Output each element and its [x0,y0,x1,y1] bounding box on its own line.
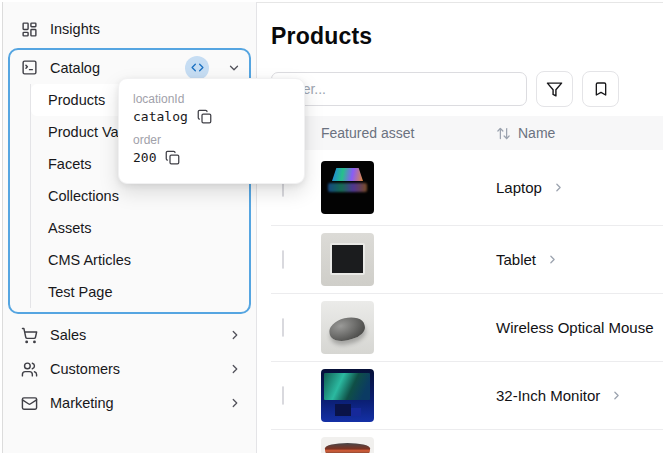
tooltip-field-label: locationId [133,92,290,106]
toolbar [271,71,663,107]
copy-icon [165,150,180,165]
sidebar-item-label: Sales [50,327,216,343]
tooltip-field-value: catalog [133,109,188,124]
sidebar-item-marketing[interactable]: Marketing [3,386,256,420]
sidebar-item-cms-articles[interactable]: CMS Articles [31,244,241,276]
code-badge-icon[interactable] [185,56,209,80]
sort-icon[interactable] [496,126,511,141]
sidebar-item-label: Marketing [50,395,216,411]
sidebar-item-label: Test Page [48,284,113,300]
terminal-square-icon [20,59,38,77]
shopping-cart-icon [20,326,38,344]
table-row[interactable]: Wireless Optical Mouse [271,294,663,362]
chevron-right-icon [552,181,565,194]
sidebar-item-label: Catalog [50,60,173,76]
mail-icon [20,394,38,412]
page-title: Products [271,23,663,50]
sidebar-item-label: CMS Articles [48,252,131,268]
product-image [321,233,374,286]
dashboard-icon [20,20,38,38]
sidebar-item-collections[interactable]: Collections [31,180,241,212]
funnel-icon [546,81,563,98]
products-table: Featured asset Name Laptop [271,116,663,453]
filter-button[interactable] [536,71,573,107]
column-header-name-label: Name [518,125,555,141]
chevron-right-icon [610,389,623,402]
table-header: Featured asset Name [271,116,663,150]
tooltip-field-value: 200 [133,150,156,165]
column-header-name[interactable]: Name [496,125,663,141]
product-image [321,437,374,453]
row-checkbox[interactable] [282,318,284,337]
dev-info-tooltip: locationId catalog order 200 [118,78,305,184]
table-row[interactable]: Laptop [271,150,663,226]
app-window: Insights Catalog Products [0,0,663,453]
sidebar-item-label: Products [48,92,105,108]
table-row[interactable] [271,430,663,453]
product-name-link[interactable]: Wireless Optical Mouse [496,319,663,336]
bookmark-icon [593,81,609,97]
main-content: Products Featured asset [257,2,663,453]
copy-button[interactable] [165,150,180,165]
sidebar-item-customers[interactable]: Customers [3,352,256,386]
filter-input[interactable] [271,72,527,106]
sidebar-item-sales[interactable]: Sales [3,318,256,352]
product-name: Wireless Optical Mouse [496,319,654,336]
chevron-right-icon [546,253,559,266]
row-checkbox[interactable] [282,386,284,405]
product-image [321,369,374,422]
chevron-right-icon [228,396,242,410]
table-row[interactable]: Tablet [271,226,663,294]
product-name-link[interactable]: 32-Inch Monitor [496,387,663,404]
sidebar-item-test-page[interactable]: Test Page [31,276,241,308]
product-name: 32-Inch Monitor [496,387,600,404]
sidebar-item-label: Collections [48,188,119,204]
row-checkbox[interactable] [282,250,284,269]
chevron-right-icon [228,328,242,342]
sidebar-item-label: Facets [48,156,92,172]
tooltip-field-label: order [133,133,290,147]
copy-icon [197,109,212,124]
product-name-link[interactable]: Tablet [496,251,663,268]
users-icon [20,360,38,378]
chevron-right-icon [228,362,242,376]
sidebar-item-assets[interactable]: Assets [31,212,241,244]
table-row[interactable]: 32-Inch Monitor [271,362,663,430]
sidebar-item-label: Insights [50,21,242,37]
sidebar-item-label: Customers [50,361,216,377]
sidebar-item-label: Assets [48,220,92,236]
chevron-down-icon[interactable] [227,61,241,75]
product-name-link[interactable]: Laptop [496,179,663,196]
product-image [321,161,374,214]
product-image [321,301,374,354]
copy-button[interactable] [197,109,212,124]
product-name: Laptop [496,179,542,196]
product-name: Tablet [496,251,536,268]
sidebar-item-insights[interactable]: Insights [3,12,256,46]
column-header-featured-asset: Featured asset [321,125,496,141]
sidebar: Insights Catalog Products [2,2,257,453]
bookmark-button[interactable] [582,71,619,107]
